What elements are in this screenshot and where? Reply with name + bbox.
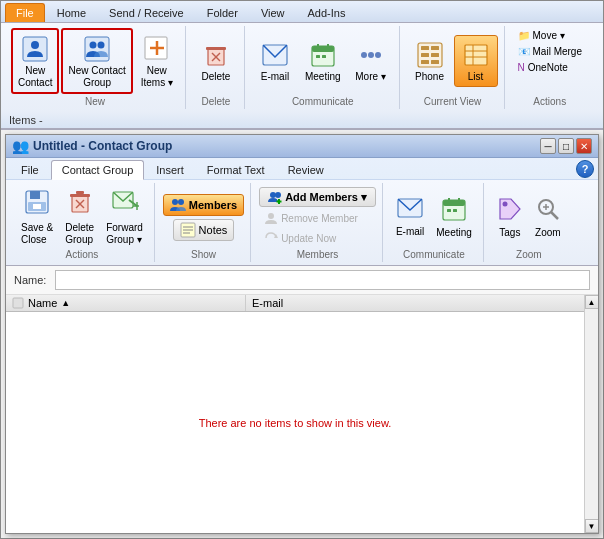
svg-rect-70 <box>13 298 23 308</box>
outlook-ribbon: File Home Send / Receive Folder View Add… <box>1 1 603 130</box>
svg-point-46 <box>172 199 178 205</box>
phone-icon <box>414 39 446 71</box>
members-group-buttons: Add Members ▾ Remove Member <box>259 185 376 249</box>
inner-email-label: E-mail <box>396 226 424 238</box>
table-area: Name ▲ E-mail There are no items to show… <box>6 295 598 533</box>
tab-add-ins[interactable]: Add-Ins <box>297 3 357 22</box>
col-email-header[interactable]: E-mail <box>246 295 584 311</box>
actions-buttons: 📁 Move ▾ 📧 Mail Merge N OneNote <box>513 28 587 94</box>
new-group-label: New <box>85 96 105 107</box>
tab-view[interactable]: View <box>250 3 296 22</box>
list-label: List <box>468 71 484 83</box>
zoom-buttons: Tags Zoom <box>492 185 566 249</box>
minimize-button[interactable]: ─ <box>540 138 556 154</box>
tab-folder[interactable]: Folder <box>196 3 249 22</box>
phone-button[interactable]: Phone <box>408 35 452 87</box>
list-icon <box>460 39 492 71</box>
new-items-button[interactable]: NewItems ▾ <box>135 29 179 93</box>
list-button[interactable]: List <box>454 35 498 87</box>
new-contact-group-button[interactable]: New ContactGroup <box>61 28 132 94</box>
phone-label: Phone <box>415 71 444 83</box>
inner-tab-contact-group[interactable]: Contact Group <box>51 160 145 180</box>
onenote-button[interactable]: N OneNote <box>513 60 573 75</box>
scroll-down-button[interactable]: ▼ <box>585 519 599 533</box>
col-name-header[interactable]: Name ▲ <box>6 295 246 311</box>
mail-merge-icon: 📧 <box>518 46 530 57</box>
svg-point-53 <box>275 192 281 198</box>
inner-ribbon-content: Save &Close <box>6 179 598 265</box>
meeting-label: Meeting <box>305 71 341 83</box>
update-now-label: Update Now <box>281 233 336 244</box>
tab-file[interactable]: File <box>5 3 45 22</box>
svg-rect-14 <box>312 46 334 52</box>
inner-tab-format-text[interactable]: Format Text <box>196 160 276 179</box>
move-button[interactable]: 📁 Move ▾ <box>513 28 570 43</box>
help-button[interactable]: ? <box>576 160 594 178</box>
name-row: Name: <box>6 266 598 295</box>
tab-send-receive[interactable]: Send / Receive <box>98 3 195 22</box>
svg-point-19 <box>361 52 367 58</box>
zoom-button[interactable]: Zoom <box>530 193 566 242</box>
svg-point-3 <box>90 42 97 49</box>
close-button[interactable]: ✕ <box>576 138 592 154</box>
inner-meeting-button[interactable]: Meeting <box>431 193 477 242</box>
zoom-label: Zoom <box>535 227 561 239</box>
delete-group-icon <box>66 188 94 222</box>
update-now-button[interactable]: Update Now <box>259 229 341 247</box>
save-close-label: Save &Close <box>21 222 53 246</box>
delete-group-button[interactable]: DeleteGroup <box>60 185 99 249</box>
name-input[interactable] <box>55 270 590 290</box>
tab-home[interactable]: Home <box>46 3 97 22</box>
show-buttons: Members Notes <box>163 185 244 249</box>
email-icon <box>259 39 291 71</box>
inner-group-actions: Save &Close <box>10 183 155 262</box>
svg-rect-17 <box>316 55 320 58</box>
forward-group-button[interactable]: ForwardGroup ▾ <box>101 185 148 249</box>
scroll-up-button[interactable]: ▲ <box>585 295 599 309</box>
svg-rect-25 <box>421 60 429 64</box>
add-members-label: Add Members ▾ <box>285 191 367 204</box>
inner-tab-insert[interactable]: Insert <box>145 160 195 179</box>
delete-button[interactable]: Delete <box>194 35 238 87</box>
move-label: Move ▾ <box>533 30 565 41</box>
inner-tab-file[interactable]: File <box>10 160 50 179</box>
svg-rect-64 <box>453 209 457 212</box>
svg-rect-18 <box>322 55 326 58</box>
svg-rect-24 <box>421 53 429 57</box>
vertical-scrollbar[interactable]: ▲ ▼ <box>584 295 598 533</box>
restore-button[interactable]: □ <box>558 138 574 154</box>
svg-point-1 <box>31 41 39 49</box>
svg-rect-26 <box>431 46 439 50</box>
inner-tab-review[interactable]: Review <box>277 160 335 179</box>
onenote-icon: N <box>518 62 525 73</box>
delete-icon <box>200 39 232 71</box>
svg-rect-60 <box>443 200 465 206</box>
forward-group-icon <box>111 188 139 222</box>
members-button[interactable]: Members <box>163 194 244 216</box>
delete-group-buttons: Delete <box>194 28 238 94</box>
remove-member-icon <box>264 211 278 225</box>
tags-label: Tags <box>499 227 520 239</box>
members-icon <box>170 197 186 213</box>
current-view-label: Current View <box>424 96 482 107</box>
new-contact-group-label: New ContactGroup <box>68 65 125 89</box>
inner-group-zoom: Tags Zoom <box>486 183 572 262</box>
add-members-button[interactable]: Add Members ▾ <box>259 187 376 207</box>
content-area: Name: Name ▲ E-mail <box>6 266 598 533</box>
mail-merge-button[interactable]: 📧 Mail Merge <box>513 44 587 59</box>
remove-member-button[interactable]: Remove Member <box>259 209 363 227</box>
meeting-button[interactable]: Meeting <box>299 35 347 87</box>
more-button[interactable]: More ▾ <box>349 35 393 87</box>
new-items-icon <box>141 33 173 65</box>
inner-email-button[interactable]: E-mail <box>391 194 429 241</box>
tags-button[interactable]: Tags <box>492 193 528 242</box>
inner-title: Untitled - Contact Group <box>33 139 172 153</box>
inner-meeting-icon <box>441 196 467 227</box>
new-contact-button[interactable]: NewContact <box>11 28 59 94</box>
svg-point-56 <box>268 213 274 219</box>
save-close-button[interactable]: Save &Close <box>16 185 58 249</box>
items-bar: Items - <box>1 112 603 129</box>
new-group-buttons: NewContact Ne <box>11 28 179 94</box>
email-button[interactable]: E-mail <box>253 35 297 87</box>
notes-button[interactable]: Notes <box>173 219 235 241</box>
